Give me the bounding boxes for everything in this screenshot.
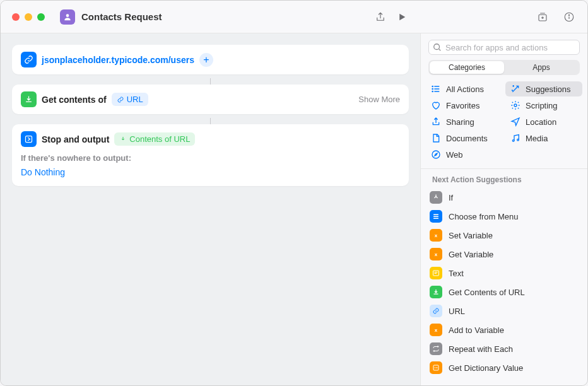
shortcut-app-icon <box>60 9 75 25</box>
window-title: Contacts Request <box>81 11 370 22</box>
connector-line <box>12 118 409 124</box>
svg-point-0 <box>66 14 69 17</box>
download-icon <box>21 91 37 107</box>
url-token[interactable]: URL <box>112 93 148 106</box>
suggestion-repeat-with-each[interactable]: Repeat with Each <box>421 339 587 358</box>
svg-point-14 <box>517 139 519 141</box>
action-get-contents-card[interactable]: Get contents of URL Show More <box>12 85 409 114</box>
svg-text:x: x <box>435 233 438 238</box>
nowhere-label: If there's nowhere to output: <box>21 153 400 163</box>
segmented-control[interactable]: Categories Apps <box>428 60 580 75</box>
do-nothing-option[interactable]: Do Nothing <box>21 165 400 179</box>
suggestions-header: Next Action Suggestions <box>421 168 587 188</box>
category-web[interactable]: Web <box>426 147 503 162</box>
svg-rect-18 <box>433 218 438 219</box>
suggestion-choose-from-menu[interactable]: Choose from Menu <box>421 207 587 226</box>
connector-line <box>12 78 409 85</box>
svg-point-13 <box>512 140 514 142</box>
category-location[interactable]: Location <box>505 114 582 129</box>
suggestion-list: IfChoose from MenuxSet VariablexGet Vari… <box>421 188 587 385</box>
svg-point-26 <box>435 367 436 368</box>
svg-point-9 <box>432 86 433 86</box>
library-button[interactable] <box>532 8 553 26</box>
svg-point-15 <box>432 151 440 158</box>
suggestion-icon <box>430 286 442 298</box>
suggestion-url[interactable]: URL <box>421 301 587 320</box>
svg-point-10 <box>432 88 433 89</box>
action-title: Stop and output <box>42 134 109 144</box>
suggestion-icon <box>430 210 442 223</box>
svg-rect-5 <box>26 136 32 143</box>
suggestion-icon <box>430 342 442 355</box>
suggestion-icon <box>430 191 442 204</box>
contents-token[interactable]: Contents of URL <box>114 132 195 146</box>
show-more-button[interactable]: Show More <box>358 95 400 104</box>
category-all-actions[interactable]: All Actions <box>426 81 503 96</box>
zoom-window[interactable] <box>37 13 45 21</box>
tab-categories[interactable]: Categories <box>430 61 504 74</box>
link-icon <box>21 52 37 67</box>
run-button[interactable] <box>391 8 413 26</box>
svg-text:x: x <box>435 252 438 257</box>
category-scripting[interactable]: Scripting <box>505 98 582 113</box>
traffic-lights <box>12 13 45 21</box>
minimize-window[interactable] <box>25 13 32 21</box>
output-icon <box>21 131 37 147</box>
category-documents[interactable]: Documents <box>426 131 503 146</box>
svg-rect-16 <box>433 214 438 216</box>
suggestion-icon: x <box>430 229 442 242</box>
suggestion-if[interactable]: If <box>421 188 587 207</box>
suggestion-set-variable[interactable]: xSet Variable <box>421 226 587 245</box>
share-button[interactable] <box>370 8 391 26</box>
svg-point-12 <box>514 104 517 107</box>
suggestion-icon <box>430 267 442 279</box>
action-stop-output-card[interactable]: Stop and output Contents of URL If there… <box>12 124 409 186</box>
category-media[interactable]: Media <box>505 131 582 146</box>
suggestion-add-to-variable[interactable]: xAdd to Variable <box>421 320 587 339</box>
url-value[interactable]: jsonplaceholder.typicode.com/users <box>42 55 194 65</box>
suggestion-get-dictionary-value[interactable]: Get Dictionary Value <box>421 358 587 377</box>
svg-point-11 <box>432 91 433 91</box>
sidebar: Categories Apps All ActionsSuggestionsFa… <box>420 33 587 385</box>
suggestion-icon: x <box>430 248 442 260</box>
svg-point-4 <box>568 15 569 15</box>
add-url-button[interactable]: + <box>199 53 213 67</box>
workflow-canvas[interactable]: jsonplaceholder.typicode.com/users + Get… <box>1 33 420 385</box>
tab-apps[interactable]: Apps <box>504 61 579 74</box>
suggestion-icon <box>430 305 442 317</box>
category-suggestions[interactable]: Suggestions <box>505 81 582 96</box>
titlebar: Contacts Request <box>1 1 587 33</box>
info-button[interactable] <box>558 8 580 26</box>
search-input[interactable] <box>428 40 580 55</box>
suggestion-text[interactable]: Text <box>421 264 587 283</box>
suggestion-get-contents-of-url[interactable]: Get Contents of URL <box>421 283 587 301</box>
category-sharing[interactable]: Sharing <box>426 114 503 129</box>
category-grid: All ActionsSuggestionsFavoritesScripting… <box>421 81 587 168</box>
close-window[interactable] <box>12 13 20 21</box>
suggestion-get-variable[interactable]: xGet Variable <box>421 245 587 264</box>
svg-text:x: x <box>435 327 438 333</box>
action-url-card[interactable]: jsonplaceholder.typicode.com/users + <box>12 45 409 74</box>
category-favorites[interactable]: Favorites <box>426 98 503 113</box>
suggestion-icon: x <box>430 324 442 336</box>
suggestion-icon <box>430 361 442 374</box>
svg-rect-17 <box>433 216 438 218</box>
action-title: Get contents of <box>42 95 107 105</box>
